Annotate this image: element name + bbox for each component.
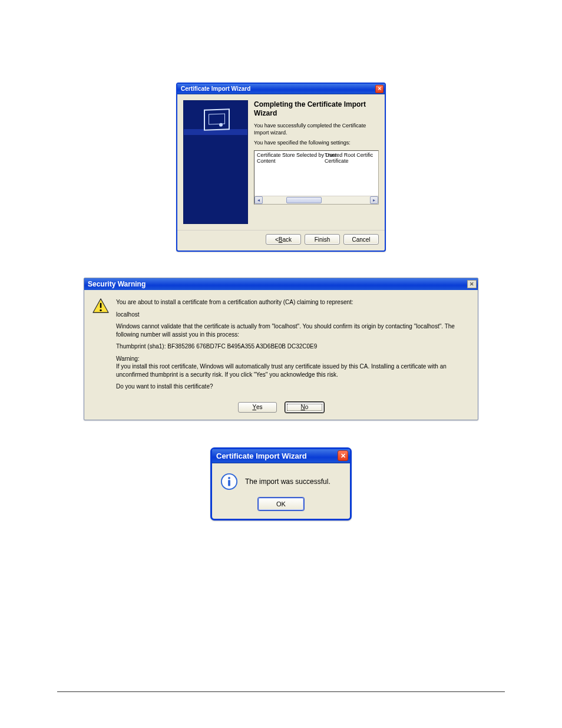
titlebar[interactable]: Security Warning ✕ bbox=[84, 278, 478, 290]
list-item: Content Certificate bbox=[257, 158, 376, 164]
ok-button[interactable]: OK bbox=[258, 498, 304, 510]
finish-button[interactable]: Finish bbox=[305, 234, 340, 245]
warning-line: You are about to install a certificate f… bbox=[116, 298, 470, 307]
dialog-title: Certificate Import Wizard bbox=[216, 452, 307, 460]
svg-point-2 bbox=[100, 309, 101, 311]
wizard-text-2: You have specified the following setting… bbox=[254, 140, 379, 147]
close-icon[interactable]: ✕ bbox=[375, 85, 384, 93]
dialog-body: You are about to install a certificate f… bbox=[84, 290, 478, 400]
svg-rect-1 bbox=[100, 303, 102, 308]
page-footer-rule bbox=[57, 691, 505, 692]
wizard-button-row: < Back Finish Cancel bbox=[177, 230, 385, 251]
wizard-graphic bbox=[183, 100, 248, 224]
document-page: Certificate Import Wizard ✕ Completing t… bbox=[0, 0, 562, 727]
horizontal-scrollbar[interactable]: ◂ ▸ bbox=[254, 196, 378, 204]
cell: Certificate Store Selected by User bbox=[257, 152, 325, 158]
scroll-track[interactable] bbox=[263, 196, 370, 204]
cancel-button[interactable]: Cancel bbox=[343, 234, 379, 245]
wizard-main-panel: Completing the Certificate Import Wizard… bbox=[254, 100, 379, 224]
cell: Trusted Root Certific bbox=[325, 152, 376, 158]
close-icon[interactable]: ✕ bbox=[467, 280, 477, 288]
dialog-title: Security Warning bbox=[88, 280, 146, 288]
cell: Content bbox=[257, 158, 325, 164]
dialog-body: Completing the Certificate Import Wizard… bbox=[177, 94, 385, 228]
scroll-right-icon[interactable]: ▸ bbox=[370, 196, 378, 204]
import-success-dialog: Certificate Import Wizard ✕ The import w… bbox=[210, 447, 352, 521]
scroll-thumb[interactable] bbox=[286, 197, 322, 203]
warning-icon bbox=[92, 298, 109, 314]
cert-import-wizard-dialog: Certificate Import Wizard ✕ Completing t… bbox=[176, 83, 386, 252]
warning-subject: localhost bbox=[116, 311, 470, 319]
info-icon bbox=[220, 473, 238, 490]
cell: Certificate bbox=[325, 158, 376, 164]
success-message: The import was successful. bbox=[245, 477, 330, 486]
listbox-content: Certificate Store Selected by User Trust… bbox=[254, 151, 378, 165]
warning-block: Warning: If you install this root certif… bbox=[116, 355, 470, 379]
no-button[interactable]: No bbox=[285, 402, 324, 413]
yes-button[interactable]: Yes bbox=[238, 402, 277, 413]
settings-listbox[interactable]: Certificate Store Selected by User Trust… bbox=[254, 150, 379, 205]
security-warning-dialog: Security Warning ✕ You are about to inst… bbox=[84, 278, 478, 420]
warning-thumbprint: Thumbprint (sha1): BF385286 676BD7FC B49… bbox=[116, 342, 470, 351]
svg-rect-5 bbox=[228, 480, 230, 486]
warning-question: Do you want to install this certificate? bbox=[116, 383, 470, 391]
dialog-body: The import was successful. bbox=[212, 463, 350, 495]
close-icon[interactable]: ✕ bbox=[338, 450, 348, 461]
warning-line: Windows cannot validate that the certifi… bbox=[116, 322, 470, 338]
svg-point-4 bbox=[228, 477, 230, 479]
list-item: Certificate Store Selected by User Trust… bbox=[257, 152, 376, 158]
wizard-heading: Completing the Certificate Import Wizard bbox=[254, 100, 379, 118]
back-button[interactable]: < Back bbox=[266, 234, 301, 245]
certificate-icon bbox=[204, 108, 230, 131]
success-button-row: OK bbox=[212, 495, 350, 519]
warning-text: You are about to install a certificate f… bbox=[116, 298, 470, 395]
scroll-left-icon[interactable]: ◂ bbox=[254, 196, 263, 204]
dialog-title: Certificate Import Wizard bbox=[181, 85, 250, 92]
warning-button-row: Yes No bbox=[84, 400, 478, 420]
titlebar[interactable]: Certificate Import Wizard ✕ bbox=[212, 449, 350, 463]
titlebar[interactable]: Certificate Import Wizard ✕ bbox=[177, 84, 385, 94]
wizard-text-1: You have successfully completed the Cert… bbox=[254, 123, 379, 136]
